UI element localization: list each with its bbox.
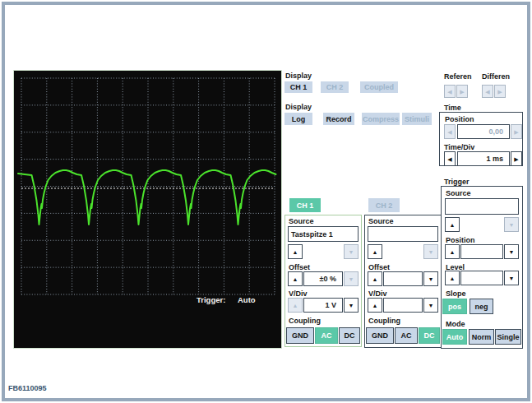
ch1-source-up-button[interactable]: ▲ [288,244,303,259]
stimuli-button[interactable]: Stimuli [402,113,432,125]
scope-graticule-and-waveform [14,71,281,348]
trigger-source-down-button[interactable]: ▼ [504,217,519,232]
slope-pos-button[interactable]: pos [442,299,467,314]
differen-prev-button[interactable]: ◀ [482,85,493,98]
down-arrow-icon: ▼ [509,249,515,255]
ch2-vdiv-label: V/Div [368,290,387,298]
record-button[interactable]: Record [323,113,354,125]
ch2-offset-field[interactable] [383,271,423,286]
ch1-source-field[interactable]: Tastspitze 1 [288,226,359,242]
time-group-label: Time [444,104,461,112]
down-arrow-icon: ▼ [509,222,515,228]
time-div-label: Time/Div [444,143,474,151]
up-arrow-icon: ▲ [293,249,298,255]
down-arrow-icon: ▼ [428,249,434,255]
trigger-slope-label: Slope [446,290,466,298]
ch1-coupling-label: Coupling [289,317,321,325]
ch2-source-down-button[interactable]: ▼ [423,244,438,259]
trigger-level-field[interactable] [460,271,503,285]
oscilloscope-app: Trigger: Auto Display CH 1 CH 2 Coupled … [0,0,532,403]
ch2-display-button[interactable]: CH 2 [321,81,349,93]
left-arrow-icon: ◀ [485,89,489,95]
differen-label: Differen [482,72,510,81]
time-position-field[interactable]: 0,00 [457,124,510,139]
log-button[interactable]: Log [285,113,312,125]
trigger-source-field[interactable] [445,198,519,215]
ch2-offset-label: Offset [368,263,390,271]
up-arrow-icon: ▲ [450,276,456,281]
ch1-vdiv-up-button[interactable]: ▲ [288,298,303,313]
left-arrow-icon: ◀ [447,89,451,95]
ch2-vdiv-down-button[interactable]: ▼ [423,298,438,313]
right-arrow-icon: ▶ [514,129,518,135]
ch1-source-label: Source [289,217,314,225]
down-arrow-icon: ▼ [428,303,434,308]
trigger-level-up-button[interactable]: ▲ [445,271,460,285]
trigger-mode-label: Mode [446,320,465,328]
time-div-right-button[interactable]: ▶ [511,151,522,166]
coupled-display-button[interactable]: Coupled [360,81,398,93]
ch2-offset-down-button[interactable]: ▼ [423,271,438,286]
right-arrow-icon: ▶ [497,89,502,95]
trigger-source-up-button[interactable]: ▲ [445,217,460,232]
differen-next-button[interactable]: ▶ [494,85,506,98]
trigger-position-up-button[interactable]: ▲ [445,244,460,259]
ch2-tab[interactable]: CH 2 [368,198,400,212]
trigger-position-down-button[interactable]: ▼ [504,244,519,259]
time-position-right-button[interactable]: ▶ [511,124,522,139]
trigger-position-label: Position [446,236,475,244]
ch1-offset-down-button[interactable]: ▼ [344,271,359,286]
up-arrow-icon: ▲ [293,303,298,308]
scope-display: Trigger: Auto [13,70,282,349]
ch1-offset-label: Offset [289,263,310,271]
referen-prev-button[interactable]: ◀ [444,85,456,98]
figure-id-label: FB6110095 [8,384,47,392]
up-arrow-icon: ▲ [372,276,378,282]
ch1-coupling-ac-button[interactable]: AC [315,327,338,344]
ch1-tab[interactable]: CH 1 [289,198,321,212]
ch1-vdiv-field[interactable]: 1 V [303,298,343,313]
ch1-vdiv-down-button[interactable]: ▼ [344,298,359,313]
down-arrow-icon: ▼ [349,276,354,282]
ch2-coupling-ac-button[interactable]: AC [395,327,418,344]
ch2-source-field[interactable] [368,226,438,242]
right-arrow-icon: ▶ [460,89,464,95]
right-arrow-icon: ▶ [514,156,518,162]
ch1-offset-field[interactable]: ±0 % [303,271,343,286]
trigger-level-down-button[interactable]: ▼ [504,271,519,285]
mode-single-button[interactable]: Single [495,329,521,345]
up-arrow-icon: ▲ [293,276,298,282]
display-modes-label: Display [285,103,312,111]
mode-auto-button[interactable]: Auto [442,329,467,345]
ch1-display-button[interactable]: CH 1 [285,81,312,93]
ch2-offset-up-button[interactable]: ▲ [368,271,382,286]
slope-neg-button[interactable]: neg [470,299,493,314]
ch1-coupling-dc-button[interactable]: DC [339,327,360,344]
up-arrow-icon: ▲ [372,303,378,308]
ch2-source-up-button[interactable]: ▲ [368,244,382,259]
up-arrow-icon: ▲ [372,249,378,255]
time-position-left-button[interactable]: ◀ [444,124,456,139]
ch2-coupling-label: Coupling [368,317,400,325]
ch2-vdiv-up-button[interactable]: ▲ [368,298,382,313]
ch1-offset-up-button[interactable]: ▲ [288,271,303,286]
trigger-position-field[interactable] [460,244,503,259]
ch2-coupling-gnd-button[interactable]: GND [366,327,394,344]
left-arrow-icon: ◀ [447,129,451,135]
mode-norm-button[interactable]: Norm [469,329,494,345]
left-arrow-icon: ◀ [447,156,451,162]
referen-next-button[interactable]: ▶ [456,85,468,98]
compress-button[interactable]: Compress [362,113,400,125]
trigger-group-label: Trigger [444,178,470,186]
up-arrow-icon: ▲ [450,222,456,228]
up-arrow-icon: ▲ [450,249,456,255]
ch2-coupling-dc-button[interactable]: DC [419,327,440,344]
ch1-source-down-button[interactable]: ▼ [344,244,359,259]
display-channels-label: Display [285,72,312,80]
trigger-source-label: Source [446,189,471,197]
ch1-coupling-gnd-button[interactable]: GND [286,327,314,344]
time-div-left-button[interactable]: ◀ [444,151,456,166]
time-div-field[interactable]: 1 ms [457,151,510,166]
ch2-vdiv-field[interactable] [383,298,423,313]
down-arrow-icon: ▼ [509,276,515,281]
